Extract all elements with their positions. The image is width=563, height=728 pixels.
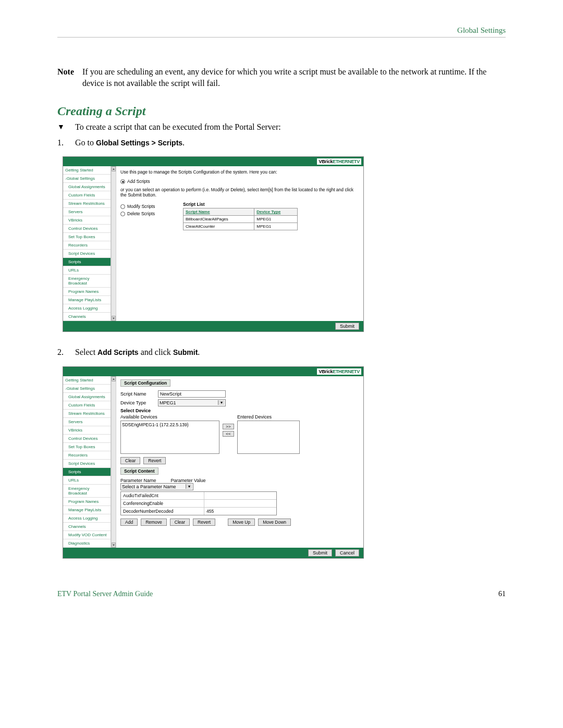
radio-icon[interactable] bbox=[120, 179, 125, 184]
script-list-table: Script Name Device Type BillboardClearAl… bbox=[183, 208, 298, 230]
sidebar-item[interactable]: URLs bbox=[63, 266, 111, 275]
available-devices-list[interactable]: SDSEngMPEG1-1 (172.22.5.139) bbox=[120, 421, 219, 454]
col-script-name[interactable]: Script Name bbox=[183, 208, 254, 216]
sidebar-scrollbar[interactable]: ▲ ▼ bbox=[111, 376, 116, 548]
sidebar-item[interactable]: Stream Restrictions bbox=[63, 200, 111, 208]
chevron-down-icon: ▾ bbox=[218, 400, 224, 405]
clear-button-2[interactable]: Clear bbox=[170, 519, 190, 526]
sidebar-item[interactable]: VBricks bbox=[63, 216, 111, 225]
intro-text: To create a script that can be executed … bbox=[75, 121, 281, 133]
sidebar-item[interactable]: Modify VOD Content bbox=[63, 531, 111, 539]
parameter-value-label: Parameter Value bbox=[171, 478, 206, 483]
pane-intro: Use this page to manage the Scripts Conf… bbox=[120, 169, 359, 175]
table-row[interactable]: ClearAllCounter MPEG1 bbox=[183, 223, 298, 230]
script-list-title: Script List bbox=[183, 202, 359, 207]
sidebar-item[interactable]: VBricks bbox=[63, 426, 111, 435]
table-row[interactable]: ConferencingEnable bbox=[121, 500, 276, 508]
step-1-number: 1. bbox=[57, 137, 75, 149]
sidebar-item[interactable]: Control Devices bbox=[63, 225, 111, 233]
sidebar-item[interactable]: Custom Fields bbox=[63, 401, 111, 410]
script-name-label: Script Name bbox=[120, 391, 155, 397]
move-up-button[interactable]: Move Up bbox=[228, 519, 255, 526]
sidebar-item[interactable]: Global Assignments bbox=[63, 183, 111, 191]
sidebar-item[interactable]: Program Names bbox=[63, 288, 111, 296]
screenshot-2: VBrickETHERNETV Getting Started-Global S… bbox=[63, 366, 506, 559]
scroll-up-icon[interactable]: ▲ bbox=[112, 166, 116, 171]
sidebar-item[interactable]: Getting Started bbox=[63, 166, 111, 175]
cancel-button[interactable]: Cancel bbox=[335, 549, 359, 557]
script-configuration-title: Script Configuration bbox=[120, 379, 170, 387]
scroll-down-icon[interactable]: ▼ bbox=[112, 542, 116, 548]
col-device-type[interactable]: Device Type bbox=[254, 208, 298, 216]
sidebar-item[interactable]: Channels bbox=[63, 313, 111, 321]
sidebar-item[interactable]: Set Top Boxes bbox=[63, 443, 111, 451]
scroll-up-icon[interactable]: ▲ bbox=[112, 376, 116, 381]
revert-button-2[interactable]: Revert bbox=[193, 519, 215, 526]
sidebar-item[interactable]: Emergency Broadcast bbox=[63, 485, 111, 498]
sidebar-item[interactable]: Global Assignments bbox=[63, 393, 111, 401]
brand-logo: VBrickETHERNETV bbox=[317, 368, 361, 375]
sidebar-item[interactable]: -Global Settings bbox=[63, 175, 111, 183]
radio-icon[interactable] bbox=[120, 204, 125, 209]
sidebar-item[interactable]: Manage PlayLists bbox=[63, 296, 111, 304]
sidebar-item[interactable]: Custom Fields bbox=[63, 191, 111, 200]
sidebar-item[interactable]: URLs bbox=[63, 476, 111, 485]
scroll-down-icon[interactable]: ▼ bbox=[112, 316, 116, 321]
window-bottom-bar: Submit Cancel bbox=[63, 548, 363, 558]
sidebar-item[interactable]: Emergency Broadcast bbox=[63, 275, 111, 288]
move-right-button[interactable]: >> bbox=[223, 424, 234, 429]
parameter-name-select[interactable]: Select a Parameter Name▾ bbox=[120, 483, 193, 490]
footer-page-number: 61 bbox=[498, 590, 506, 598]
sidebar-item[interactable]: Access Logging bbox=[63, 514, 111, 523]
note-label: Note bbox=[57, 66, 82, 89]
sidebar-item[interactable]: Scripts bbox=[63, 258, 111, 266]
radio-icon[interactable] bbox=[120, 212, 125, 216]
script-content-title: Script Content bbox=[120, 467, 158, 475]
submit-button[interactable]: Submit bbox=[335, 323, 359, 330]
move-left-button[interactable]: << bbox=[223, 431, 234, 437]
sidebar-item[interactable]: Recorders bbox=[63, 241, 111, 250]
remove-button[interactable]: Remove bbox=[141, 519, 167, 526]
sidebar-item[interactable]: Diagnostics bbox=[63, 539, 111, 548]
clear-button[interactable]: Clear bbox=[120, 457, 140, 464]
sidebar-item[interactable]: Set Top Boxes bbox=[63, 233, 111, 241]
table-row[interactable]: BillboardClearAllPages MPEG1 bbox=[183, 216, 298, 223]
sidebar-item[interactable]: -Global Settings bbox=[63, 385, 111, 393]
radio-add-scripts[interactable]: Add Scripts bbox=[120, 179, 359, 184]
device-type-label: Device Type bbox=[120, 400, 155, 405]
table-row[interactable]: DecoderNumberDecoded 455 bbox=[121, 508, 276, 515]
footer-title: ETV Portal Server Admin Guide bbox=[57, 590, 153, 598]
sidebar-item[interactable]: Servers bbox=[63, 208, 111, 216]
revert-button[interactable]: Revert bbox=[143, 457, 166, 464]
move-down-button[interactable]: Move Down bbox=[258, 519, 291, 526]
note-text: If you are scheduling an event, any devi… bbox=[82, 66, 506, 89]
sidebar-item[interactable]: Scripts bbox=[63, 468, 111, 476]
sidebar-item[interactable]: Control Devices bbox=[63, 435, 111, 443]
sidebar-item[interactable]: Getting Started bbox=[63, 376, 111, 385]
sidebar-item[interactable]: Stream Restrictions bbox=[63, 410, 111, 418]
device-type-select[interactable]: MPEG1▾ bbox=[158, 399, 226, 406]
sidebar-item[interactable]: Access Logging bbox=[63, 304, 111, 313]
expand-arrow-icon: ▼ bbox=[57, 121, 75, 132]
entered-devices-list[interactable] bbox=[237, 421, 300, 454]
step-2-text: Select Add Scripts and click Submit. bbox=[75, 347, 200, 358]
window-top-bar: VBrickETHERNETV bbox=[63, 367, 363, 376]
add-button[interactable]: Add bbox=[120, 519, 138, 526]
sidebar-item[interactable]: Script Devices bbox=[63, 460, 111, 468]
section-title: Creating a Script bbox=[57, 104, 506, 118]
radio-modify-scripts[interactable]: Modify Scripts bbox=[120, 204, 177, 209]
sidebar-item[interactable]: Script Devices bbox=[63, 250, 111, 258]
sidebar-item[interactable]: Program Names bbox=[63, 498, 111, 506]
sidebar-item[interactable]: Channels bbox=[63, 523, 111, 531]
sidebar-item[interactable]: Recorders bbox=[63, 451, 111, 460]
sidebar-item[interactable]: Manage PlayLists bbox=[63, 506, 111, 514]
submit-button[interactable]: Submit bbox=[308, 549, 332, 557]
step-1-text: Go to Global Settings > Scripts. bbox=[75, 137, 185, 149]
radio-delete-scripts[interactable]: Delete Scripts bbox=[120, 211, 177, 216]
script-name-input[interactable] bbox=[158, 390, 226, 398]
sidebar-item[interactable]: Servers bbox=[63, 418, 111, 426]
sidebar: Getting Started-Global SettingsGlobal As… bbox=[63, 166, 111, 321]
table-row[interactable]: AudioTxFailedCnt bbox=[121, 492, 276, 500]
list-item[interactable]: SDSEngMPEG1-1 (172.22.5.139) bbox=[122, 422, 218, 427]
sidebar-scrollbar[interactable]: ▲ ▼ bbox=[111, 166, 116, 321]
